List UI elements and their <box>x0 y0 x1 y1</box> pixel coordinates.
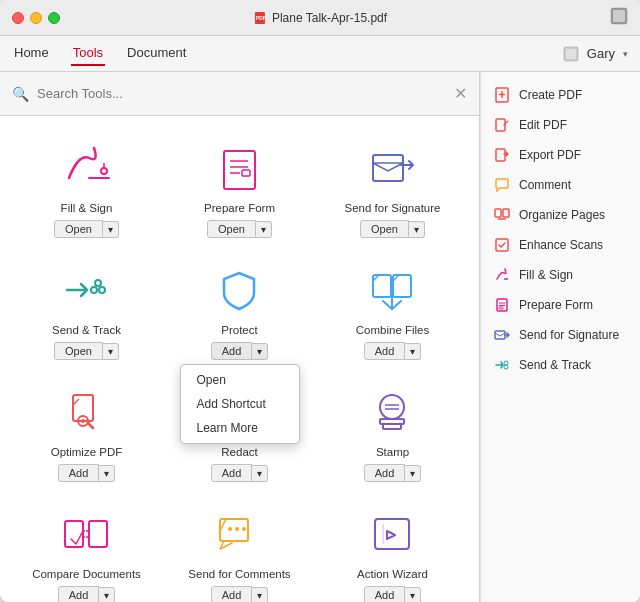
action-wizard-dropdown-btn[interactable]: ▾ <box>405 587 421 603</box>
send-track-dropdown-btn[interactable]: ▾ <box>103 343 119 360</box>
search-clear-button[interactable]: ✕ <box>454 84 467 103</box>
combine-files-add-btn[interactable]: Add <box>364 342 406 360</box>
svg-rect-53 <box>495 331 505 339</box>
tool-cell-send-track: Send & Track Open ▾ <box>10 248 163 370</box>
svg-rect-44 <box>495 209 501 217</box>
svg-text:PDF: PDF <box>256 15 266 21</box>
prepare-form-btn-wrap: Open ▾ <box>207 220 272 238</box>
pdf-icon: PDF <box>253 11 267 25</box>
protect-add-btn[interactable]: Add <box>211 342 253 360</box>
titlebar: PDF Plane Talk-Apr-15.pdf <box>0 0 640 36</box>
fill-sign-icon <box>57 138 117 198</box>
action-wizard-icon <box>363 504 423 564</box>
fill-sign-sidebar-label: Fill & Sign <box>519 268 573 282</box>
user-account-icon <box>563 46 579 62</box>
combine-files-label: Combine Files <box>356 324 430 336</box>
action-wizard-add-btn[interactable]: Add <box>364 586 406 602</box>
sidebar-item-send-signature[interactable]: Send for Signature <box>481 320 640 350</box>
stamp-dropdown-btn[interactable]: ▾ <box>405 465 421 482</box>
optimize-pdf-dropdown-btn[interactable]: ▾ <box>99 465 115 482</box>
comment-icon <box>493 176 511 194</box>
fill-sign-dropdown-btn[interactable]: ▾ <box>103 221 119 238</box>
dropdown-add-shortcut[interactable]: Add Shortcut <box>181 392 299 416</box>
send-comments-add-btn[interactable]: Add <box>211 586 253 602</box>
search-input[interactable] <box>37 86 446 101</box>
tool-cell-fill-sign: Fill & Sign Open ▾ <box>10 126 163 248</box>
sidebar-item-enhance-scans[interactable]: Enhance Scans <box>481 230 640 260</box>
search-icon: 🔍 <box>12 86 29 102</box>
send-signature-label: Send for Signature <box>345 202 441 214</box>
create-pdf-icon <box>493 86 511 104</box>
tool-cell-optimize-pdf: Optimize PDF Add ▾ <box>10 370 163 492</box>
prepare-form-label: Prepare Form <box>204 202 275 214</box>
optimize-pdf-label: Optimize PDF <box>51 446 123 458</box>
send-track-sidebar-icon <box>493 356 511 374</box>
fill-sign-open-btn[interactable]: Open <box>54 220 103 238</box>
send-comments-dropdown-btn[interactable]: ▾ <box>252 587 268 603</box>
main-layout: 🔍 ✕ <box>0 72 640 602</box>
export-pdf-label: Export PDF <box>519 148 581 162</box>
dropdown-learn-more[interactable]: Learn More <box>181 416 299 440</box>
stamp-btn-wrap: Add ▾ <box>364 464 422 482</box>
combine-files-btn-wrap: Add ▾ <box>364 342 422 360</box>
traffic-lights <box>12 12 60 24</box>
redact-btn-wrap: Add ▾ <box>211 464 269 482</box>
action-wizard-btn-wrap: Add ▾ <box>364 586 422 602</box>
tool-cell-send-comments: Send for Comments Add ▾ <box>163 492 316 602</box>
svg-rect-45 <box>503 209 509 217</box>
sidebar-item-organize-pages[interactable]: Organize Pages <box>481 200 640 230</box>
comment-label: Comment <box>519 178 571 192</box>
send-track-icon <box>57 260 117 320</box>
tool-cell-send-signature: Send for Signature Open ▾ <box>316 126 469 248</box>
dropdown-open[interactable]: Open <box>181 368 299 392</box>
send-signature-btn-wrap: Open ▾ <box>360 220 425 238</box>
svg-rect-43 <box>496 149 505 161</box>
svg-point-55 <box>504 365 508 369</box>
close-button[interactable] <box>12 12 24 24</box>
send-signature-icon <box>363 138 423 198</box>
combine-files-dropdown-btn[interactable]: ▾ <box>405 343 421 360</box>
protect-dropdown-btn[interactable]: ▾ <box>252 343 268 360</box>
sidebar-item-fill-sign[interactable]: Fill & Sign <box>481 260 640 290</box>
compare-docs-add-btn[interactable]: Add <box>58 586 100 602</box>
compare-docs-btn-wrap: Add ▾ <box>58 586 116 602</box>
tool-cell-stamp: Stamp Add ▾ <box>316 370 469 492</box>
redact-add-btn[interactable]: Add <box>211 464 253 482</box>
stamp-add-btn[interactable]: Add <box>364 464 406 482</box>
sidebar-item-export-pdf[interactable]: Export PDF <box>481 140 640 170</box>
tool-cell-protect: Protect Add ▾ Open Add Shortcut Learn Mo… <box>163 248 316 370</box>
fill-sign-sidebar-icon <box>493 266 511 284</box>
sidebar-item-create-pdf[interactable]: Create PDF <box>481 80 640 110</box>
prepare-form-open-btn[interactable]: Open <box>207 220 256 238</box>
prepare-form-sidebar-icon <box>493 296 511 314</box>
minimize-button[interactable] <box>30 12 42 24</box>
tools-grid-inner: Fill & Sign Open ▾ <box>10 126 469 602</box>
create-pdf-label: Create PDF <box>519 88 582 102</box>
sidebar-item-prepare-form[interactable]: Prepare Form <box>481 290 640 320</box>
send-signature-dropdown-btn[interactable]: ▾ <box>409 221 425 238</box>
svg-rect-13 <box>373 155 403 181</box>
user-dropdown-arrow[interactable]: ▾ <box>623 49 628 59</box>
optimize-pdf-add-btn[interactable]: Add <box>58 464 100 482</box>
prepare-form-dropdown-btn[interactable]: ▾ <box>256 221 272 238</box>
enhance-scans-icon <box>493 236 511 254</box>
stamp-icon <box>363 382 423 442</box>
send-signature-sidebar-icon <box>493 326 511 344</box>
user-icon <box>610 7 628 29</box>
send-track-open-btn[interactable]: Open <box>54 342 103 360</box>
maximize-button[interactable] <box>48 12 60 24</box>
menu-document[interactable]: Document <box>125 41 188 66</box>
svg-rect-5 <box>566 49 576 59</box>
menu-home[interactable]: Home <box>12 41 51 66</box>
menu-tools[interactable]: Tools <box>71 41 105 66</box>
redact-dropdown-btn[interactable]: ▾ <box>252 465 268 482</box>
organize-pages-icon <box>493 206 511 224</box>
sidebar-item-edit-pdf[interactable]: Edit PDF <box>481 110 640 140</box>
send-signature-open-btn[interactable]: Open <box>360 220 409 238</box>
organize-pages-label: Organize Pages <box>519 208 605 222</box>
sidebar-item-comment[interactable]: Comment <box>481 170 640 200</box>
send-signature-sidebar-label: Send for Signature <box>519 328 619 342</box>
send-comments-label: Send for Comments <box>188 568 290 580</box>
compare-docs-dropdown-btn[interactable]: ▾ <box>99 587 115 603</box>
sidebar-item-send-track[interactable]: Send & Track <box>481 350 640 380</box>
